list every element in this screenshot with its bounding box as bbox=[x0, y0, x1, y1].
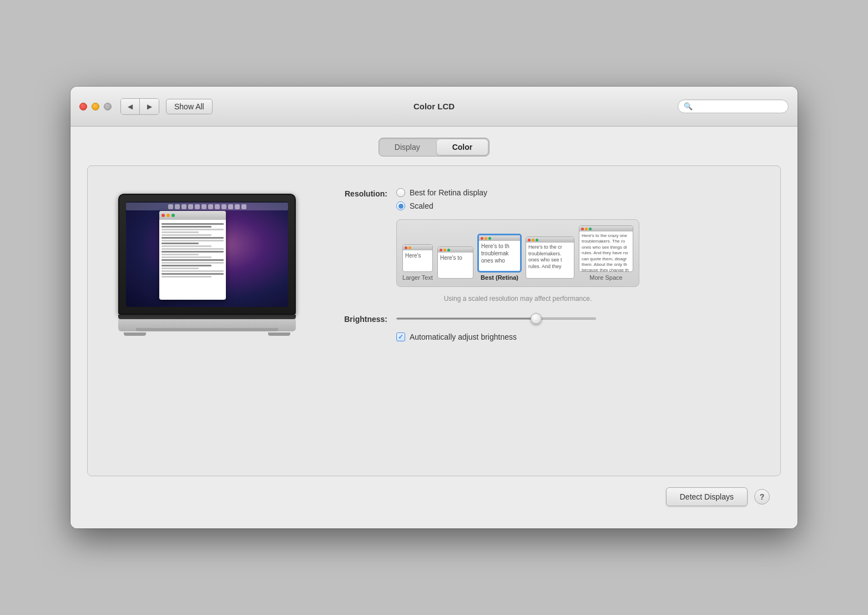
res-preview-best-retina[interactable]: Here's to th troublemak ones who Best (R… bbox=[478, 234, 521, 281]
preview-text-1: Here's bbox=[403, 250, 432, 260]
text-line bbox=[162, 248, 224, 250]
res-thumb-2: Here's to bbox=[437, 246, 473, 279]
resolution-options: Best for Retina display Scaled bbox=[396, 188, 639, 303]
minimize-button[interactable] bbox=[92, 103, 99, 110]
search-input[interactable] bbox=[696, 102, 783, 110]
preview-label-more-space: More Space bbox=[589, 274, 622, 281]
dock-icon bbox=[175, 204, 180, 209]
brightness-slider-track bbox=[396, 317, 596, 320]
text-line bbox=[162, 240, 224, 241]
preview-label-larger-text: Larger Text bbox=[402, 274, 433, 281]
dot-r2 bbox=[440, 249, 442, 251]
resolution-scaled-label: Scaled bbox=[410, 201, 433, 210]
detect-displays-button[interactable]: Detect Displays bbox=[666, 487, 748, 506]
text-line bbox=[162, 229, 224, 230]
text-line bbox=[162, 265, 211, 266]
dot-y5 bbox=[585, 228, 588, 230]
text-line bbox=[162, 276, 211, 278]
dot-y bbox=[408, 246, 411, 249]
macbook bbox=[118, 194, 296, 336]
back-button[interactable]: ◀ bbox=[121, 99, 140, 114]
macbook-illustration bbox=[110, 194, 304, 336]
text-line bbox=[162, 273, 224, 275]
dock-icon bbox=[168, 204, 173, 209]
search-icon: 🔍 bbox=[684, 102, 693, 110]
text-line bbox=[162, 231, 199, 233]
text-line bbox=[162, 237, 224, 239]
res-thumb-titlebar-5 bbox=[579, 226, 633, 231]
resolution-scaled-option[interactable]: Scaled bbox=[396, 201, 639, 210]
macbook-base bbox=[118, 319, 296, 331]
res-thumb-3: Here's to th troublemak ones who bbox=[478, 234, 521, 272]
dock-icon bbox=[241, 204, 246, 209]
screen-window-titlebar bbox=[159, 211, 226, 220]
screen-window-content bbox=[159, 220, 226, 281]
resolution-best-label: Best for Retina display bbox=[410, 188, 487, 197]
auto-brightness-label: Automatically adjust brightness bbox=[410, 332, 517, 341]
screen-background bbox=[126, 203, 288, 307]
text-line bbox=[162, 259, 224, 261]
dock-icon bbox=[201, 204, 206, 209]
search-box[interactable]: 🔍 bbox=[678, 99, 789, 113]
help-button[interactable]: ? bbox=[754, 489, 770, 505]
resolution-previews: Here's Larger Text bbox=[396, 219, 639, 287]
tab-display[interactable]: Display bbox=[379, 138, 436, 156]
res-thumb-4: Here's to the cr troublemakers. ones who… bbox=[526, 236, 574, 279]
settings-panel: Resolution: Best for Retina display Scal… bbox=[326, 183, 758, 341]
tabs: Display Color bbox=[379, 138, 489, 157]
resolution-best-option[interactable]: Best for Retina display bbox=[396, 188, 639, 197]
window-title: Color LCD bbox=[413, 102, 455, 111]
text-line bbox=[162, 268, 199, 269]
text-line bbox=[162, 270, 224, 272]
content-area: Display Color bbox=[70, 127, 798, 528]
preview-text-3: Here's to th troublemak ones who bbox=[479, 241, 520, 265]
radio-best[interactable] bbox=[396, 188, 405, 197]
bottom-bar: Detect Displays ? bbox=[87, 476, 781, 512]
traffic-lights bbox=[79, 103, 112, 110]
res-preview-4[interactable]: Here's to the cr troublemakers. ones who… bbox=[526, 236, 574, 281]
text-line bbox=[162, 254, 199, 255]
macbook-screen-outer bbox=[118, 194, 296, 315]
main-window: ◀ ▶ Show All Color LCD 🔍 Display Color bbox=[70, 87, 798, 528]
brightness-label: Brightness: bbox=[326, 314, 387, 324]
fullscreen-button[interactable] bbox=[104, 103, 112, 110]
text-line bbox=[162, 256, 211, 258]
forward-button[interactable]: ▶ bbox=[140, 99, 159, 114]
performance-note: Using a scaled resolution may affect per… bbox=[396, 295, 639, 303]
brightness-slider-container[interactable] bbox=[396, 317, 596, 320]
res-thumb-5: Here's to the crazy one troublemakers. T… bbox=[579, 225, 633, 272]
dot-y2 bbox=[443, 249, 446, 251]
radio-scaled[interactable] bbox=[396, 201, 405, 210]
res-preview-2[interactable]: Here's to bbox=[437, 246, 473, 281]
close-button[interactable] bbox=[79, 103, 87, 110]
dot-y3 bbox=[485, 237, 487, 240]
dot-red bbox=[162, 214, 165, 217]
brightness-slider-thumb[interactable] bbox=[531, 313, 542, 324]
dock-icon bbox=[208, 204, 213, 209]
text-line bbox=[162, 262, 224, 264]
resolution-label: Resolution: bbox=[326, 188, 387, 198]
dock-icon bbox=[215, 204, 220, 209]
text-line bbox=[162, 223, 224, 225]
show-all-button[interactable]: Show All bbox=[166, 99, 213, 114]
res-thumb-titlebar-2 bbox=[438, 247, 473, 253]
dot-g2 bbox=[447, 249, 450, 251]
foot-right bbox=[268, 332, 290, 336]
dot-green bbox=[171, 214, 175, 217]
dock-icon bbox=[188, 204, 193, 209]
dot-r4 bbox=[528, 239, 531, 241]
text-line bbox=[162, 245, 211, 247]
tab-color[interactable]: Color bbox=[437, 139, 488, 155]
foot-left bbox=[124, 332, 146, 336]
dot-r3 bbox=[481, 237, 483, 240]
dock-icon bbox=[228, 204, 233, 209]
res-preview-more-space[interactable]: Here's to the crazy one troublemakers. T… bbox=[579, 225, 633, 281]
dot-g4 bbox=[536, 239, 538, 241]
auto-brightness-checkbox[interactable]: ✓ bbox=[396, 332, 405, 341]
res-preview-larger-text[interactable]: Here's Larger Text bbox=[402, 244, 433, 281]
checkmark-icon: ✓ bbox=[398, 334, 403, 340]
text-line bbox=[162, 234, 211, 236]
macbook-screen bbox=[126, 201, 288, 307]
dot-y4 bbox=[532, 239, 534, 241]
dot-r bbox=[405, 246, 407, 249]
